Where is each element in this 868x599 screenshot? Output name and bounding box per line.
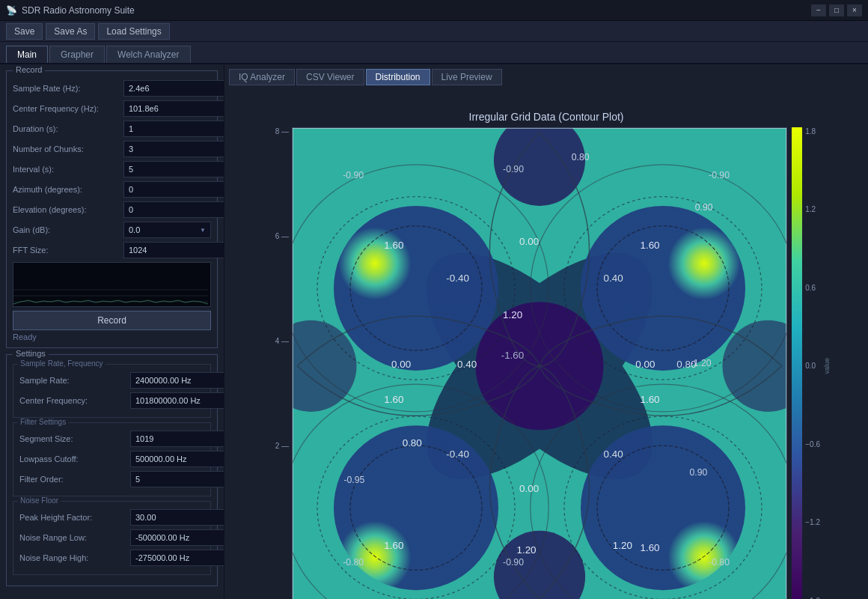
gain-dropdown[interactable]: 0.0 ▼	[123, 222, 211, 238]
sample-rate-label: Sample Rate (Hz):	[13, 84, 123, 93]
svg-text:1.20: 1.20	[516, 544, 536, 556]
colorbar-label-container: value	[820, 127, 831, 599]
svg-text:1.60: 1.60	[384, 540, 403, 551]
interval-input[interactable]	[123, 161, 224, 177]
settings-center-freq-input[interactable]	[130, 392, 224, 409]
svg-text:1.60: 1.60	[640, 394, 659, 405]
fft-size-label: FFT Size:	[13, 246, 123, 255]
gain-label: Gain (dB):	[13, 225, 123, 234]
tab-iq-analyzer[interactable]: IQ Analyzer	[229, 69, 295, 85]
svg-text:1.60: 1.60	[640, 240, 659, 251]
settings-group-content: Sample Rate, Frequency Sample Rate: Cent…	[13, 364, 211, 575]
gain-row: Gain (dB): 0.0 ▼	[13, 222, 211, 238]
close-button[interactable]: ×	[847, 4, 862, 16]
y-tick-2: 2 —	[275, 442, 289, 450]
svg-rect-0	[13, 263, 210, 306]
svg-text:0.00: 0.00	[519, 483, 539, 494]
lowpass-cutoff-label: Lowpass Cutoff:	[19, 454, 130, 463]
segment-size-input[interactable]	[130, 431, 224, 447]
sample-rate-freq-title: Sample Rate, Frequency	[18, 359, 106, 368]
record-button[interactable]: Record	[13, 311, 211, 330]
elevation-label: Elevation (degrees):	[13, 205, 123, 214]
svg-text:0.80: 0.80	[403, 437, 422, 449]
svg-text:-0.80: -0.80	[709, 557, 730, 568]
duration-label: Duration (s):	[13, 124, 123, 133]
svg-text:1.20: 1.20	[613, 540, 632, 551]
svg-text:-0.95: -0.95	[343, 475, 364, 485]
tab-csv-viewer[interactable]: CSV Viewer	[296, 69, 364, 85]
peak-height-input[interactable]	[130, 509, 224, 526]
lowpass-cutoff-input[interactable]	[130, 451, 224, 467]
duration-row: Duration (s):	[13, 121, 211, 137]
colorbar-gradient-svg	[792, 127, 802, 599]
spectrum-display	[13, 262, 211, 307]
noise-range-high-input[interactable]	[130, 550, 224, 566]
cb-tick-n18: −1.8	[805, 597, 820, 599]
svg-text:-0.40: -0.40	[446, 449, 469, 460]
noise-floor-title: Noise Floor	[18, 496, 61, 505]
plot-container: Irregular Grid Data (Contour Plot) 8 — 6…	[262, 111, 831, 575]
tab-welch-analyzer[interactable]: Welch Analyzer	[106, 46, 190, 63]
lowpass-cutoff-row: Lowpass Cutoff:	[19, 451, 204, 467]
gain-dropdown-arrow: ▼	[200, 227, 206, 234]
cb-tick-00: 0.0	[805, 362, 820, 370]
svg-text:-0.40: -0.40	[446, 273, 469, 284]
tab-main[interactable]: Main	[6, 46, 48, 63]
app-title: SDR Radio Astronomy Suite	[22, 5, 135, 16]
center-freq-input[interactable]	[123, 100, 224, 117]
svg-text:-0.90: -0.90	[503, 164, 524, 174]
fft-size-input[interactable]	[123, 242, 224, 258]
filter-order-input[interactable]	[130, 471, 224, 487]
title-left: 📡 SDR Radio Astronomy Suite	[6, 5, 135, 16]
elevation-row: Elevation (degrees):	[13, 201, 211, 218]
fft-size-row: FFT Size:	[13, 242, 211, 258]
svg-text:-0.80: -0.80	[343, 557, 364, 568]
noise-range-low-label: Noise Range Low:	[19, 533, 130, 542]
save-as-button[interactable]: Save As	[46, 23, 95, 40]
settings-sample-rate-input[interactable]	[130, 372, 224, 389]
plot-and-colorbar: 1.20 1.60 1.60 1.60 1.60 1.60 1.60 0.80 …	[292, 127, 831, 599]
filter-order-row: Filter Order:	[19, 471, 204, 487]
peak-height-label: Peak Height Factor:	[19, 513, 130, 522]
filter-settings-group: Filter Settings Segment Size: Lowpass Cu…	[13, 422, 211, 496]
noise-range-low-input[interactable]	[130, 529, 224, 546]
colorbar-ticks: 1.8 1.2 0.6 0.0 −0.6 −1.2 −1.8	[802, 127, 820, 599]
save-button[interactable]: Save	[6, 23, 43, 40]
svg-text:0.40: 0.40	[604, 449, 623, 460]
app-icon: 📡	[6, 5, 17, 16]
svg-text:0.00: 0.00	[391, 359, 411, 370]
interval-row: Interval (s):	[13, 161, 211, 177]
right-panel: IQ Analyzer CSV Viewer Distribution Live…	[224, 64, 868, 599]
analysis-tabbar: IQ Analyzer CSV Viewer Distribution Live…	[229, 69, 864, 85]
main-content: Record Sample Rate (Hz): Center Frequenc…	[0, 64, 868, 599]
noise-range-high-label: Noise Range High:	[19, 553, 130, 562]
svg-rect-61	[792, 127, 802, 599]
tab-distribution[interactable]: Distribution	[366, 69, 430, 85]
tab-grapher[interactable]: Grapher	[49, 46, 105, 63]
azimuth-input[interactable]	[123, 181, 224, 198]
y-tick-8: 8 —	[275, 127, 289, 136]
duration-input[interactable]	[123, 121, 224, 137]
sample-rate-input[interactable]	[123, 80, 224, 97]
num-chunks-input[interactable]	[123, 141, 224, 157]
elevation-input[interactable]	[123, 201, 224, 218]
minimize-button[interactable]: −	[811, 4, 826, 16]
cb-tick-18: 1.8	[805, 127, 820, 136]
y-tick-6: 6 —	[275, 232, 289, 240]
settings-group: Settings Sample Rate, Frequency Sample R…	[6, 354, 218, 586]
record-group-content: Sample Rate (Hz): Center Frequency (Hz):…	[13, 80, 211, 341]
svg-text:1.60: 1.60	[384, 240, 403, 251]
svg-text:1.60: 1.60	[384, 394, 403, 405]
settings-sample-rate-row: Sample Rate:	[19, 372, 204, 389]
cb-tick-n12: −1.2	[805, 518, 820, 526]
noise-range-high-row: Noise Range High:	[19, 550, 204, 566]
main-tabbar: Main Grapher Welch Analyzer	[0, 42, 868, 64]
gain-value: 0.0	[129, 225, 140, 234]
svg-text:1.20: 1.20	[503, 309, 522, 320]
tab-live-preview[interactable]: Live Preview	[432, 69, 502, 85]
segment-size-row: Segment Size:	[19, 431, 204, 447]
maximize-button[interactable]: □	[829, 4, 844, 16]
svg-text:0.40: 0.40	[604, 273, 623, 284]
load-settings-button[interactable]: Load Settings	[98, 23, 169, 40]
cb-tick-n06: −0.6	[805, 440, 820, 449]
